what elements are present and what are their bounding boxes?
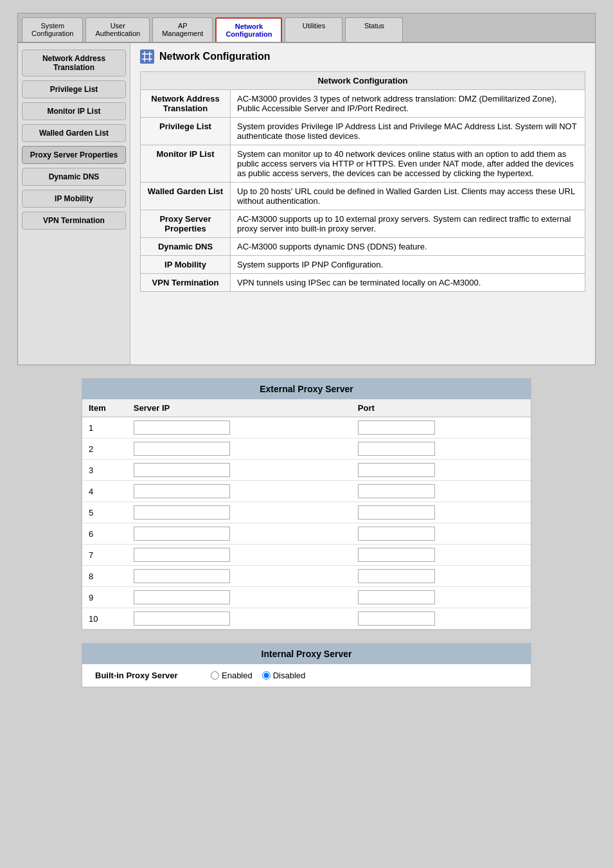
proxy-ip-input-9[interactable] xyxy=(134,590,230,604)
proxy-ip-input-8[interactable] xyxy=(134,569,230,583)
proxy-row-10: 10 xyxy=(82,608,531,629)
tab-network[interactable]: Network Configuration xyxy=(215,17,282,42)
proxy-ip-cell xyxy=(127,608,351,629)
proxy-port-input-5[interactable] xyxy=(358,505,435,520)
proxy-port-cell xyxy=(351,587,531,608)
external-proxy-section: External Proxy Server Item Server IP Por… xyxy=(82,378,531,630)
row-label: Network Address Translation xyxy=(141,90,231,118)
row-label: Walled Garden List xyxy=(141,183,231,210)
table-row: Network Address Translation AC-M3000 pro… xyxy=(141,90,585,118)
sidebar-item-dns[interactable]: Dynamic DNS xyxy=(22,168,126,186)
proxy-ip-input-2[interactable] xyxy=(134,442,230,456)
proxy-ip-input-3[interactable] xyxy=(134,463,230,477)
disabled-label: Disabled xyxy=(273,671,306,680)
proxy-ip-input-1[interactable] xyxy=(134,420,230,435)
internal-proxy-section: Internal Proxy Server Built-in Proxy Ser… xyxy=(82,643,531,687)
page-title-text: Network Configuration xyxy=(159,51,270,62)
row-label: Privilege List xyxy=(141,118,231,145)
row-label: IP Mobility xyxy=(141,256,231,274)
row-desc: System provides Privilege IP Address Lis… xyxy=(231,118,585,145)
sidebar-item-nat[interactable]: Network Address Translation xyxy=(22,50,126,77)
enabled-label: Enabled xyxy=(222,671,253,680)
col-item: Item xyxy=(82,399,127,417)
tab-system[interactable]: System Configuration xyxy=(22,17,83,42)
proxy-ip-cell xyxy=(127,566,351,587)
proxy-item-num: 8 xyxy=(82,566,127,587)
proxy-row-1: 1 xyxy=(82,417,531,439)
proxy-port-cell xyxy=(351,523,531,545)
proxy-ip-input-5[interactable] xyxy=(134,505,230,520)
internal-proxy-header: Internal Proxy Server xyxy=(82,644,531,664)
row-label: Monitor IP List xyxy=(141,145,231,183)
proxy-port-input-3[interactable] xyxy=(358,463,435,477)
proxy-row-2: 2 xyxy=(82,439,531,460)
proxy-port-cell xyxy=(351,460,531,481)
builtin-proxy-label: Built-in Proxy Server xyxy=(95,671,198,680)
proxy-port-cell xyxy=(351,417,531,439)
enabled-option[interactable]: Enabled xyxy=(211,671,253,680)
proxy-port-cell xyxy=(351,608,531,629)
row-desc: System supports IP PNP Configuration. xyxy=(231,256,585,274)
proxy-ip-cell xyxy=(127,502,351,523)
tab-user[interactable]: User Authentication xyxy=(85,17,150,42)
col-server-ip: Server IP xyxy=(127,399,351,417)
table-row: Walled Garden List Up to 20 hosts' URL c… xyxy=(141,183,585,210)
page-title: Network Configuration xyxy=(140,50,585,64)
proxy-ip-cell xyxy=(127,460,351,481)
row-desc: Up to 20 hosts' URL could be defined in … xyxy=(231,183,585,210)
sidebar-item-mobility[interactable]: IP Mobility xyxy=(22,190,126,208)
proxy-port-cell xyxy=(351,545,531,566)
proxy-row-7: 7 xyxy=(82,545,531,566)
info-table: Network Configuration Network Address Tr… xyxy=(140,71,585,292)
proxy-ip-cell xyxy=(127,587,351,608)
proxy-row-6: 6 xyxy=(82,523,531,545)
main-container: System Configuration User Authentication… xyxy=(17,13,596,365)
proxy-ip-input-10[interactable] xyxy=(134,611,230,626)
tab-ap[interactable]: AP Management xyxy=(152,17,213,42)
proxy-item-num: 10 xyxy=(82,608,127,629)
builtin-proxy-options: Enabled Disabled xyxy=(211,671,305,680)
sidebar-item-proxy[interactable]: Proxy Server Properties xyxy=(22,146,126,164)
svg-rect-0 xyxy=(140,50,154,64)
row-label: Proxy Server Properties xyxy=(141,210,231,238)
proxy-port-cell xyxy=(351,439,531,460)
external-proxy-header: External Proxy Server xyxy=(82,379,531,399)
table-row: Monitor IP List System can monitor up to… xyxy=(141,145,585,183)
proxy-port-input-4[interactable] xyxy=(358,484,435,498)
sidebar-item-walled[interactable]: Walled Garden List xyxy=(22,124,126,142)
proxy-ip-cell xyxy=(127,481,351,502)
proxy-port-input-1[interactable] xyxy=(358,420,435,435)
proxy-row-8: 8 xyxy=(82,566,531,587)
proxy-item-num: 2 xyxy=(82,439,127,460)
sidebar-item-monitor[interactable]: Monitor IP List xyxy=(22,102,126,120)
proxy-port-input-10[interactable] xyxy=(358,611,435,626)
sidebar-item-vpn[interactable]: VPN Termination xyxy=(22,212,126,230)
proxy-port-cell xyxy=(351,566,531,587)
grid-icon xyxy=(140,50,154,64)
proxy-ip-input-4[interactable] xyxy=(134,484,230,498)
row-desc: AC-M3000 supports up to 10 external prox… xyxy=(231,210,585,238)
disabled-option[interactable]: Disabled xyxy=(262,671,306,680)
proxy-ip-input-7[interactable] xyxy=(134,548,230,562)
proxy-port-cell xyxy=(351,481,531,502)
proxy-port-input-6[interactable] xyxy=(358,527,435,541)
disabled-radio[interactable] xyxy=(262,671,271,680)
proxy-row-4: 4 xyxy=(82,481,531,502)
proxy-ip-input-6[interactable] xyxy=(134,527,230,541)
proxy-row-5: 5 xyxy=(82,502,531,523)
enabled-radio[interactable] xyxy=(211,671,219,680)
info-table-header: Network Configuration xyxy=(141,72,585,90)
proxy-port-input-2[interactable] xyxy=(358,442,435,456)
proxy-item-num: 1 xyxy=(82,417,127,439)
proxy-port-input-9[interactable] xyxy=(358,590,435,604)
sidebar-item-privilege[interactable]: Privilege List xyxy=(22,80,126,98)
main-panel: Network Configuration Network Configurat… xyxy=(130,43,595,365)
proxy-port-input-7[interactable] xyxy=(358,548,435,562)
row-desc: AC-M3000 provides 3 types of network add… xyxy=(231,90,585,118)
proxy-row-9: 9 xyxy=(82,587,531,608)
row-label: VPN Termination xyxy=(141,274,231,292)
proxy-port-input-8[interactable] xyxy=(358,569,435,583)
tab-status[interactable]: Status xyxy=(345,17,403,42)
proxy-item-num: 4 xyxy=(82,481,127,502)
tab-utilities[interactable]: Utilities xyxy=(285,17,342,42)
